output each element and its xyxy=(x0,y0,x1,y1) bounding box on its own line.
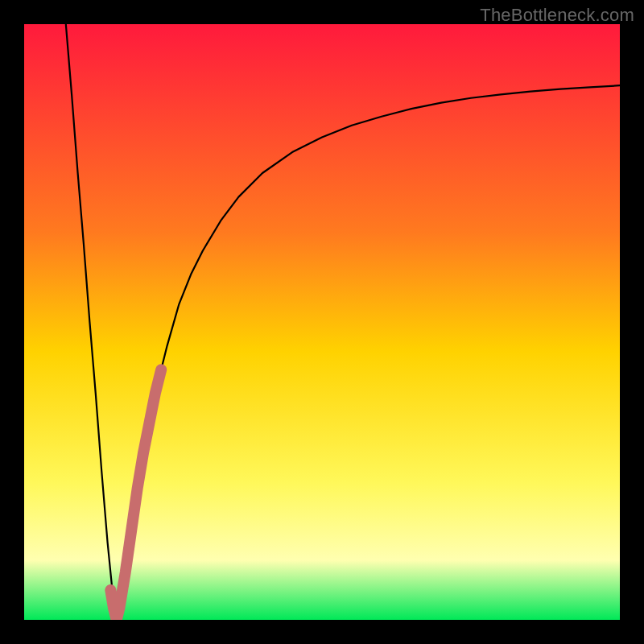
chart-svg xyxy=(24,24,620,620)
plot-area xyxy=(24,24,620,620)
watermark-text: TheBottleneck.com xyxy=(480,5,634,26)
chart-frame: TheBottleneck.com xyxy=(0,0,644,644)
gradient-background xyxy=(24,24,620,620)
